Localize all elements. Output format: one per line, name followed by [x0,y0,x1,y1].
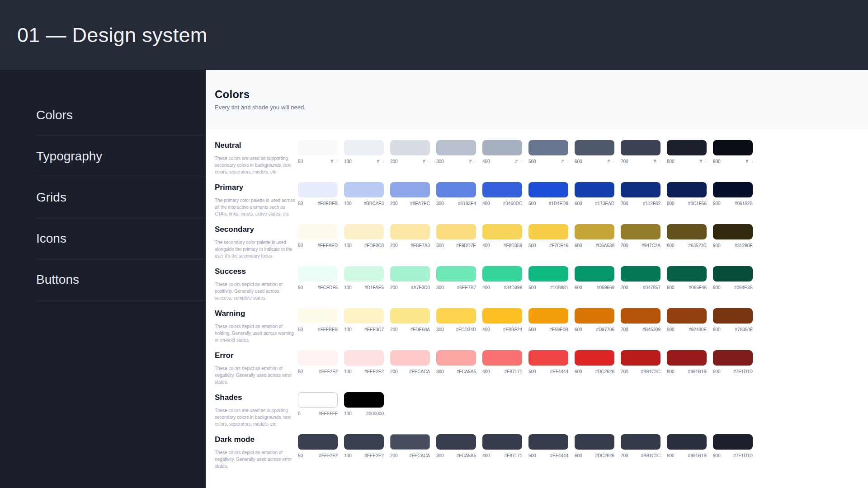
swatch-cell: 200 #FDE68A [390,308,430,350]
swatch-hex: #000000 [366,411,384,416]
palette-section: Shades These colors are used as supporti… [215,392,868,434]
swatch-labels: 800 #--- [667,159,707,164]
color-swatch [713,434,753,450]
color-swatch [713,308,753,324]
swatch-cell: 500 #EF4444 [528,434,568,476]
swatch-labels: 100 #FEE2E2 [344,453,384,458]
swatch-cell: 300 #6183E4 [436,182,476,224]
swatch-cell: 200 #FECACA [390,434,430,476]
swatch-cell: 500 #EF4444 [528,350,568,392]
swatch-cell: 800 #065F46 [667,266,707,308]
swatch-labels: 400 #--- [482,159,522,164]
swatch-hex: #--- [607,159,614,164]
sidebar-item-typography[interactable]: Typography [36,136,206,177]
swatch-labels: 500 #10B981 [528,285,568,290]
swatch-shade: 0 [298,411,301,416]
color-swatch [713,224,753,239]
color-swatch [528,266,568,282]
sidebar-item-buttons[interactable]: Buttons [36,259,206,300]
sidebar-item-icons[interactable]: Icons [36,218,206,259]
swatch-shade: 700 [621,327,628,332]
color-swatch [344,182,384,197]
swatch-hex: #064E3B [734,285,753,290]
color-swatch [667,350,707,366]
swatch-labels: 100 #FEE2E2 [344,369,384,374]
swatch-labels: 700 #--- [621,159,660,164]
sidebar-item-label: Colors [36,108,73,122]
palette-section: Secondary The secondary color palette is… [215,224,868,266]
swatch-hex: #--- [423,159,430,164]
sidebar-item-grids[interactable]: Grids [36,177,206,218]
color-swatch [390,224,430,239]
swatch-shade: 400 [482,243,490,248]
swatch-shade: 600 [575,369,582,374]
swatch-labels: 50 #FFFBEB [298,327,338,332]
swatch-shade: 800 [667,285,675,290]
swatch-labels: 50 #FEF2F2 [298,369,338,374]
swatch-cell: 200 #--- [390,140,430,182]
swatch-labels: 900 #7F1D1D [713,453,753,458]
swatch-cell: 900 #7F1D1D [713,434,753,476]
swatch-hex: #047857 [643,285,660,290]
swatch-labels: 50 #FEF2F2 [298,453,338,458]
swatch-labels: 400 #34D399 [482,285,522,290]
swatch-cell: 500 #F7CE46 [528,224,568,266]
swatch-shade: 100 [344,453,352,458]
swatch-labels: 200 #--- [390,159,430,164]
swatch-labels: 200 #8EA7EC [390,201,430,206]
section-title: Success [215,266,298,276]
swatch-hex: #--- [515,159,522,164]
swatch-cell: 800 #991B1B [667,434,707,476]
swatch-shade: 800 [667,369,675,374]
color-swatch [528,182,568,197]
section-title: Error [215,350,298,360]
swatch-hex: #7F1D1D [733,453,753,458]
swatch-shade: 800 [667,201,675,206]
swatch-shade: 50 [298,369,303,374]
color-swatch [667,434,707,450]
palette-section: Error These colors depict an emotion of … [215,350,868,392]
swatch-cell: 400 #--- [482,140,522,182]
swatch-shade: 50 [298,453,303,458]
swatch-shade: 500 [528,285,536,290]
swatch-labels: 500 #EF4444 [528,369,568,374]
swatch-hex: #EF4444 [550,369,568,374]
main-content: Colors Every tint and shade you will nee… [206,70,868,488]
swatch-hex: #BBCAF3 [364,201,384,206]
swatch-shade: 800 [667,159,675,164]
color-swatch [575,434,614,450]
color-swatch [390,308,430,324]
swatch-shade: 500 [528,201,536,206]
swatch-labels: 900 #--- [713,159,753,164]
swatch-labels: 200 #A7F3D0 [390,285,430,290]
swatch-shade: 900 [713,243,721,248]
color-swatch [667,308,707,324]
color-swatch [390,434,430,450]
swatch-cell: 600 #D97706 [575,308,614,350]
swatch-labels: 800 #065F46 [667,285,707,290]
swatch-labels: 700 #B45309 [621,327,660,332]
swatch-shade: 100 [344,159,352,164]
color-swatch [667,266,707,282]
section-description: The primary color palette is used across… [215,197,295,217]
swatch-hex: #6EE7B7 [457,285,476,290]
color-swatch [575,224,614,239]
swatch-row: 50 #FEF2F2 100 #FEE2E2 200 #FECACA 300 #… [298,350,753,392]
swatch-hex: #E8EDFB [318,201,338,206]
swatch-hex: #F7CE46 [549,243,568,248]
swatch-cell: 800 #--- [667,140,707,182]
sidebar-item-colors[interactable]: Colors [36,95,206,136]
swatch-hex: #63521C [688,243,707,248]
swatch-cell: 900 #06102B [713,182,753,224]
swatch-cell: 400 #F87171 [482,350,522,392]
section-info: Error These colors depict an emotion of … [215,350,298,392]
swatch-hex: #B91C1C [641,453,660,458]
swatch-shade: 200 [390,327,398,332]
swatch-hex: #FBE7A3 [410,243,430,248]
swatch-shade: 100 [344,369,352,374]
swatch-labels: 500 #--- [528,159,568,164]
swatch-cell: 600 #173EAD [575,182,614,224]
color-swatch [621,140,660,155]
swatch-shade: 100 [344,243,352,248]
swatch-row: 50 #--- 100 #--- 200 #--- 300 #--- 400 #… [298,140,753,182]
